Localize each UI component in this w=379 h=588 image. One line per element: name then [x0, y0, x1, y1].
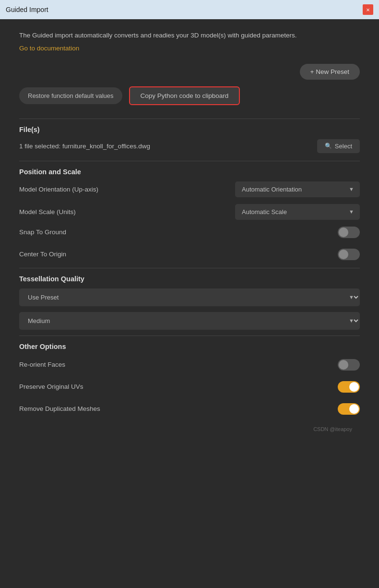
files-section: File(s) 1 file selected: furniture_knoll… — [19, 126, 360, 153]
action-buttons-row: Restore function default values Copy Pyt… — [19, 86, 360, 105]
scale-label: Model Scale (Units) — [19, 208, 76, 216]
title-bar: Guided Import × — [0, 0, 379, 19]
file-selected-text: 1 file selected: furniture_knoll_for_off… — [19, 143, 150, 150]
description-text: The Guided import automatically converts… — [19, 31, 360, 41]
reorient-faces-row: Re-orient Faces — [19, 356, 360, 373]
orientation-label: Model Orientation (Up-axis) — [19, 186, 98, 193]
snap-to-ground-row: Snap To Ground — [19, 224, 360, 241]
close-button[interactable]: × — [363, 4, 373, 15]
quality-dropdown-wrapper: Medium ▼ — [19, 312, 360, 330]
preset-dropdown-wrapper: Use Preset ▼ — [19, 288, 360, 306]
tessellation-title: Tessellation Quality — [19, 275, 360, 283]
orientation-row: Model Orientation (Up-axis) Automatic Or… — [19, 181, 360, 197]
scale-row: Model Scale (Units) Automatic Scale ▼ — [19, 204, 360, 220]
snap-to-ground-label: Snap To Ground — [19, 228, 66, 236]
center-to-origin-label: Center To Origin — [19, 251, 66, 258]
center-to-origin-row: Center To Origin — [19, 246, 360, 263]
main-content: The Guided import automatically converts… — [0, 19, 379, 447]
divider-other — [19, 336, 360, 336]
files-section-title: File(s) — [19, 126, 360, 133]
divider-tessellation — [19, 268, 360, 268]
select-label: Select — [335, 143, 352, 150]
preserve-uvs-toggle[interactable] — [338, 381, 360, 393]
divider-files — [19, 119, 360, 119]
orientation-dropdown[interactable]: Automatic Orientation — [235, 181, 360, 197]
select-button[interactable]: 🔍 Select — [317, 139, 360, 153]
restore-defaults-button[interactable]: Restore function default values — [19, 87, 122, 104]
snap-to-ground-knob — [339, 228, 348, 237]
position-scale-section: Position and Scale Model Orientation (Up… — [19, 168, 360, 263]
scale-dropdown-wrapper: Automatic Scale ▼ — [235, 204, 360, 220]
doc-link[interactable]: Go to documentation — [19, 45, 79, 52]
preserve-uvs-label: Preserve Original UVs — [19, 383, 83, 390]
other-options-section: Other Options Re-orient Faces Preserve O… — [19, 343, 360, 418]
new-preset-row: + New Preset — [19, 64, 360, 80]
center-to-origin-toggle[interactable] — [338, 249, 360, 260]
copy-python-button[interactable]: Copy Python code to clipboard — [129, 86, 240, 105]
orientation-dropdown-wrapper: Automatic Orientation ▼ — [235, 181, 360, 197]
remove-duplicates-knob — [349, 404, 359, 414]
snap-to-ground-toggle[interactable] — [338, 227, 360, 238]
position-scale-title: Position and Scale — [19, 168, 360, 176]
remove-duplicates-label: Remove Duplicated Meshes — [19, 405, 100, 412]
window-title: Guided Import — [6, 6, 48, 13]
preserve-uvs-row: Preserve Original UVs — [19, 378, 360, 396]
scale-dropdown[interactable]: Automatic Scale — [235, 204, 360, 220]
divider-position — [19, 161, 360, 161]
other-options-title: Other Options — [19, 343, 360, 350]
watermark: CSDN @iteapoy — [19, 422, 360, 436]
tessellation-section: Tessellation Quality Use Preset ▼ Medium… — [19, 275, 360, 330]
new-preset-button[interactable]: + New Preset — [300, 64, 360, 80]
preserve-uvs-knob — [349, 382, 359, 392]
center-to-origin-knob — [339, 250, 348, 259]
search-icon: 🔍 — [325, 143, 332, 149]
reorient-faces-toggle[interactable] — [338, 359, 360, 371]
remove-duplicates-row: Remove Duplicated Meshes — [19, 400, 360, 418]
file-row: 1 file selected: furniture_knoll_for_off… — [19, 139, 360, 153]
reorient-faces-knob — [339, 360, 348, 370]
quality-dropdown[interactable]: Medium — [19, 312, 360, 330]
preset-dropdown[interactable]: Use Preset — [19, 288, 360, 306]
reorient-faces-label: Re-orient Faces — [19, 361, 65, 368]
remove-duplicates-toggle[interactable] — [338, 403, 360, 415]
